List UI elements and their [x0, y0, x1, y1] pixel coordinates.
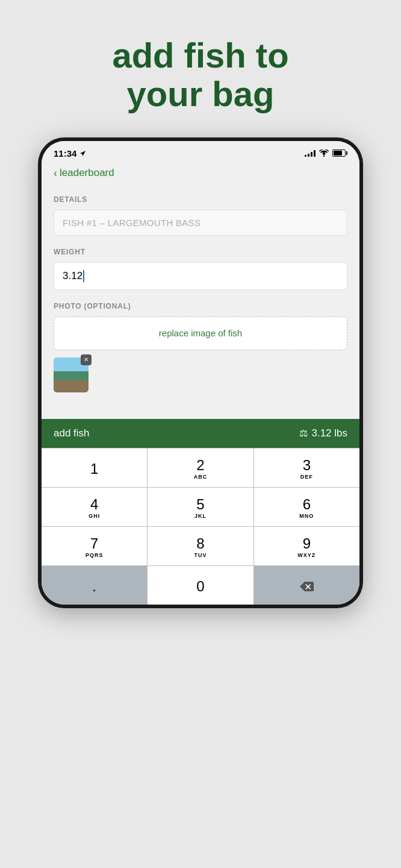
phone-frame: 11:34	[38, 137, 363, 608]
clock-time: 11:34	[54, 148, 76, 159]
key-2[interactable]: 2 ABC	[148, 448, 253, 487]
photo-thumbnail-wrap: ✕	[54, 357, 89, 392]
keyboard-row-1: 1 2 ABC 3 DEF	[42, 448, 359, 487]
details-label: DETAILS	[54, 195, 347, 204]
key-9[interactable]: 9 WXYZ	[254, 527, 359, 565]
status-bar: 11:34	[42, 141, 359, 162]
key-5[interactable]: 5 JKL	[148, 488, 253, 526]
back-arrow-icon: ‹	[54, 167, 57, 180]
form-content: DETAILS FISH #1 – LARGEMOUTH BASS WEIGHT…	[42, 189, 359, 419]
wifi-icon	[319, 149, 329, 157]
add-fish-label: add fish	[54, 427, 90, 439]
location-arrow-icon	[79, 150, 86, 157]
weight-input-value: 3.12	[63, 270, 82, 282]
weight-label: WEIGHT	[54, 248, 347, 256]
key-decimal[interactable]: .	[42, 566, 148, 605]
key-7[interactable]: 7 PQRS	[42, 527, 148, 565]
keyboard-row-3: 7 PQRS 8 TUV 9 WXYZ	[42, 526, 359, 565]
weight-input[interactable]: 3.12	[54, 262, 347, 290]
key-4[interactable]: 4 GHI	[42, 488, 148, 526]
text-cursor	[83, 270, 84, 282]
key-3[interactable]: 3 DEF	[254, 448, 359, 487]
key-0[interactable]: 0	[148, 566, 253, 605]
key-1[interactable]: 1	[42, 448, 148, 487]
scale-icon: ⚖	[299, 427, 308, 439]
remove-photo-button[interactable]: ✕	[81, 354, 92, 365]
replace-image-text: replace image of fish	[159, 328, 242, 338]
status-icons	[305, 149, 347, 157]
keyboard-row-2: 4 GHI 5 JKL 6 MNO	[42, 487, 359, 526]
photo-label: PHOTO (optional)	[54, 302, 347, 310]
numeric-keyboard: 1 2 ABC 3 DEF 4 GHI 5 JKL	[42, 448, 359, 605]
keyboard-row-4: . 0	[42, 565, 359, 605]
close-icon: ✕	[84, 356, 89, 363]
weight-display: ⚖ 3.12 lbs	[299, 427, 347, 439]
bottom-bar[interactable]: add fish ⚖ 3.12 lbs	[42, 419, 359, 448]
nav-back[interactable]: ‹ leaderboard	[42, 162, 359, 189]
hero-title: add fish toyour bag	[0, 0, 401, 137]
weight-display-value: 3.12 lbs	[311, 427, 347, 439]
key-8[interactable]: 8 TUV	[148, 527, 253, 565]
weight-section: WEIGHT 3.12	[54, 248, 347, 290]
signal-icon	[305, 149, 316, 157]
key-delete[interactable]	[254, 566, 359, 605]
photo-section: PHOTO (optional) replace image of fish ✕	[54, 302, 347, 395]
back-label: leaderboard	[60, 167, 114, 179]
replace-image-button[interactable]: replace image of fish	[54, 316, 347, 350]
battery-icon	[332, 149, 347, 157]
fish-name-field: FISH #1 – LARGEMOUTH BASS	[54, 210, 347, 236]
phone-screen: 11:34	[42, 141, 359, 605]
status-time-group: 11:34	[54, 148, 86, 159]
delete-icon	[299, 581, 314, 592]
key-6[interactable]: 6 MNO	[254, 488, 359, 526]
